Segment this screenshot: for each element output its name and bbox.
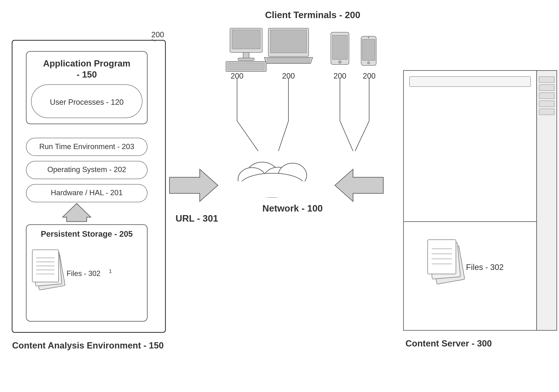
svg-rect-51 bbox=[361, 36, 376, 65]
svg-point-65 bbox=[263, 167, 294, 191]
svg-marker-73 bbox=[169, 169, 218, 201]
svg-rect-6 bbox=[26, 51, 147, 124]
svg-text:Content Analysis Environment -: Content Analysis Environment - 150 bbox=[12, 340, 164, 350]
svg-rect-69 bbox=[238, 181, 311, 197]
svg-point-49 bbox=[338, 61, 341, 63]
svg-line-5 bbox=[152, 39, 155, 41]
svg-text:Run Time Environment - 203: Run Time Environment - 203 bbox=[39, 143, 134, 151]
svg-text:User Processes - 120: User Processes - 120 bbox=[50, 98, 123, 106]
svg-marker-19 bbox=[72, 204, 84, 214]
svg-rect-85 bbox=[429, 242, 460, 279]
diagram-container: 200 Application Program - 150 User Proce… bbox=[0, 0, 559, 392]
svg-text:Operating System - 202: Operating System - 202 bbox=[47, 165, 126, 174]
svg-rect-41 bbox=[228, 63, 264, 70]
svg-text:200: 200 bbox=[363, 72, 375, 80]
svg-rect-86 bbox=[428, 240, 456, 274]
svg-marker-74 bbox=[335, 169, 383, 201]
svg-rect-36 bbox=[230, 28, 262, 52]
svg-rect-79 bbox=[539, 93, 554, 99]
svg-rect-40 bbox=[226, 62, 266, 71]
svg-text:Persistent Storage - 205: Persistent Storage - 205 bbox=[41, 230, 133, 238]
svg-line-61 bbox=[340, 121, 353, 151]
svg-rect-81 bbox=[539, 109, 554, 115]
svg-rect-75 bbox=[403, 71, 537, 330]
svg-line-59 bbox=[278, 121, 289, 151]
svg-line-63 bbox=[355, 121, 369, 151]
svg-point-54 bbox=[368, 37, 369, 38]
svg-point-64 bbox=[246, 162, 278, 188]
svg-marker-17 bbox=[73, 210, 83, 222]
svg-rect-84 bbox=[431, 246, 465, 284]
svg-line-57 bbox=[237, 121, 258, 151]
svg-rect-22 bbox=[26, 225, 147, 321]
svg-rect-9 bbox=[31, 85, 142, 118]
svg-rect-13 bbox=[26, 161, 147, 179]
svg-rect-39 bbox=[238, 58, 254, 61]
svg-rect-3 bbox=[12, 40, 165, 332]
svg-rect-80 bbox=[539, 101, 554, 107]
svg-marker-21 bbox=[63, 204, 91, 222]
svg-text:Network - 100: Network - 100 bbox=[262, 203, 323, 214]
svg-text:Client Terminals - 200: Client Terminals - 200 bbox=[265, 10, 360, 20]
svg-rect-37 bbox=[232, 30, 260, 49]
svg-rect-11 bbox=[26, 138, 147, 156]
svg-rect-48 bbox=[333, 35, 347, 59]
svg-text:Hardware / HAL - 201: Hardware / HAL - 201 bbox=[51, 188, 123, 197]
svg-rect-82 bbox=[410, 77, 531, 87]
svg-text:Files - 302: Files - 302 bbox=[466, 263, 504, 272]
svg-text:Content Server - 300: Content Server - 300 bbox=[405, 339, 492, 348]
svg-text:200: 200 bbox=[231, 72, 243, 80]
svg-text:- 150: - 150 bbox=[77, 70, 97, 79]
svg-point-53 bbox=[367, 62, 370, 64]
svg-rect-26 bbox=[32, 250, 58, 282]
svg-rect-44 bbox=[270, 30, 307, 53]
svg-rect-25 bbox=[33, 252, 62, 286]
svg-rect-52 bbox=[362, 39, 375, 61]
svg-point-66 bbox=[278, 163, 307, 187]
svg-text:200: 200 bbox=[282, 72, 295, 80]
svg-rect-38 bbox=[243, 52, 249, 58]
svg-text:Files - 302: Files - 302 bbox=[66, 269, 101, 277]
diagram-svg: 200 Application Program - 150 User Proce… bbox=[0, 0, 559, 392]
svg-rect-24 bbox=[34, 254, 65, 290]
svg-rect-47 bbox=[331, 32, 349, 64]
svg-text:200: 200 bbox=[334, 72, 346, 80]
svg-rect-15 bbox=[26, 184, 147, 202]
svg-rect-45 bbox=[267, 58, 310, 63]
svg-point-67 bbox=[238, 168, 266, 191]
svg-text:Application Program: Application Program bbox=[43, 58, 130, 68]
svg-text:URL - 301: URL - 301 bbox=[176, 213, 218, 223]
svg-rect-78 bbox=[539, 85, 554, 91]
svg-text:1: 1 bbox=[109, 268, 112, 274]
svg-rect-76 bbox=[537, 71, 557, 330]
svg-point-68 bbox=[240, 173, 305, 197]
svg-rect-43 bbox=[268, 28, 309, 56]
svg-rect-77 bbox=[539, 77, 554, 83]
svg-text:200: 200 bbox=[151, 30, 164, 39]
